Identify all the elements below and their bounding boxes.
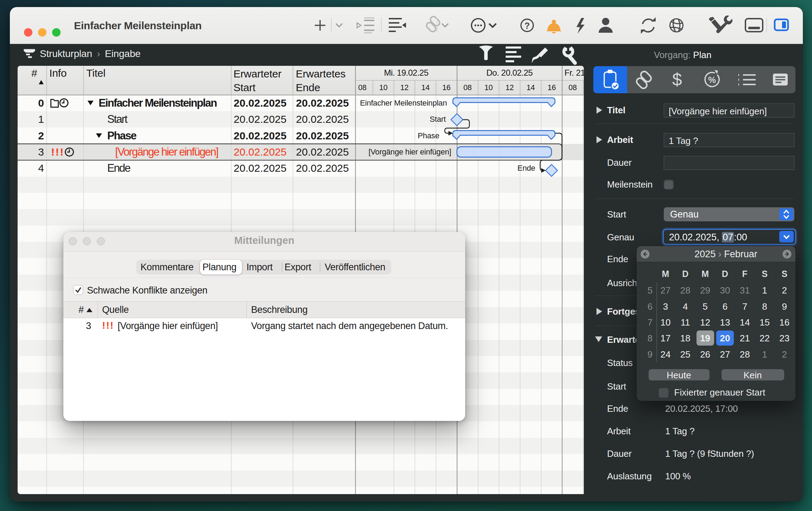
svg-text:$: $ bbox=[672, 70, 682, 89]
svg-text:?: ? bbox=[524, 21, 530, 31]
svg-text:%: % bbox=[708, 75, 716, 85]
